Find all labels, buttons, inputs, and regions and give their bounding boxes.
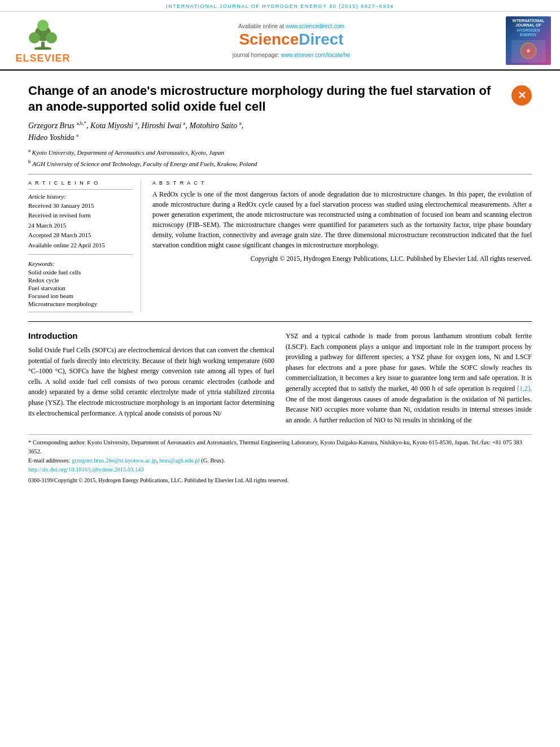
keywords-section: Keywords: Solid oxide fuel cells Redox c… <box>28 260 133 307</box>
abstract-column: A B S T R A C T A RedOx cycle is one of … <box>152 180 532 312</box>
introduction-section: Introduction Solid Oxide Fuel Cells (SOF… <box>28 331 532 425</box>
doi-link[interactable]: http://dx.doi.org/10.1016/j.ijhydene.201… <box>28 466 144 473</box>
keyword-2: Redox cycle <box>28 277 133 283</box>
svg-point-9 <box>527 49 530 53</box>
author-1: Grzegorz Brus a,b,* <box>28 121 86 130</box>
cover-illustration <box>513 41 544 61</box>
sciencedirect-header: Available online at www.sciencedirect.co… <box>82 16 500 65</box>
introduction-heading: Introduction <box>28 331 274 340</box>
article-title: Change of an anode's microstructure morp… <box>28 83 532 115</box>
journal-homepage-link[interactable]: www.elsevier.com/locate/he <box>281 52 350 58</box>
crossmark-badge[interactable]: ✕ <box>511 85 532 106</box>
email-line: E-mail addresses: grzegorz.brus.26e@st.k… <box>28 456 532 465</box>
svg-point-4 <box>46 32 57 43</box>
info-divider <box>28 189 133 190</box>
bottom-divider <box>28 312 133 312</box>
journal-cover-title: International Journal of HYDROGEN ENERGY <box>513 19 545 38</box>
author-3: Hiroshi Iwai a <box>141 121 185 130</box>
journal-homepage: journal homepage: www.elsevier.com/locat… <box>233 52 350 58</box>
banner-text: INTERNATIONAL JOURNAL OF HYDROGEN ENERGY… <box>166 3 394 9</box>
footnote-section: * Corresponding author. Kyoto University… <box>28 434 532 484</box>
journal-banner: INTERNATIONAL JOURNAL OF HYDROGEN ENERGY… <box>0 0 560 12</box>
elsevier-tree-icon <box>18 16 68 51</box>
elsevier-brand-text: ELSEVIER <box>15 53 70 64</box>
history-received: Received 30 January 2015 <box>28 202 133 210</box>
history-revised-label: Received in revised form <box>28 211 133 220</box>
affiliations: a Kyoto University, Department of Aerona… <box>28 147 532 168</box>
introduction-left-text: Solid Oxide Fuel Cells (SOFCs) are elect… <box>28 345 274 418</box>
abstract-copyright: Copyright © 2015, Hydrogen Energy Public… <box>152 254 532 264</box>
keyword-3: Fuel starvation <box>28 285 133 291</box>
journal-cover: International Journal of HYDROGEN ENERGY <box>506 16 551 65</box>
available-online-text: Available online at www.sciencedirect.co… <box>238 23 344 29</box>
history-accepted: Accepted 28 March 2015 <box>28 231 133 239</box>
abstract-heading: A B S T R A C T <box>152 180 532 186</box>
article-info-column: A R T I C L E I N F O Article history: R… <box>28 180 141 312</box>
keywords-label: Keywords: <box>28 260 133 267</box>
cover-image <box>511 40 545 63</box>
author-5: Hideo Yoshida a <box>28 133 78 142</box>
affil-2: b AGH University of Science and Technolo… <box>28 158 532 168</box>
sciencedirect-link[interactable]: www.sciencedirect.com <box>286 23 344 29</box>
keyword-4: Focused ion beam <box>28 292 133 299</box>
major-divider <box>28 321 532 322</box>
abstract-text: A RedOx cycle is one of the most dangero… <box>152 189 532 264</box>
ref-1-2[interactable]: [1,2] <box>517 385 530 392</box>
email-link-2[interactable]: brus@agh.edu.pl <box>159 457 200 464</box>
history-online: Available online 22 April 2015 <box>28 241 133 250</box>
keywords-divider <box>28 254 133 255</box>
svg-point-3 <box>29 32 40 43</box>
author-2: Kota Miyoshi a <box>90 121 137 130</box>
issn-line: 0360-3199/Copyright © 2015, Hydrogen Ene… <box>28 476 532 484</box>
history-label: Article history: <box>28 193 133 200</box>
corresponding-author-note: * Corresponding author. Kyoto University… <box>28 438 532 456</box>
journal-header: ELSEVIER Available online at www.science… <box>0 12 560 71</box>
section-divider-1 <box>28 174 532 174</box>
info-abstract-section: A R T I C L E I N F O Article history: R… <box>28 180 532 312</box>
author-4: Motohiro Saito a <box>190 121 242 130</box>
elsevier-logo: ELSEVIER <box>9 16 77 65</box>
keyword-5: Microstructure morphology <box>28 300 133 307</box>
introduction-right: YSZ and a typical cathode is made from p… <box>286 331 532 425</box>
sciencedirect-logo: ScienceDirect <box>239 30 343 49</box>
svg-point-5 <box>37 20 49 31</box>
affil-1: a Kyoto University, Department of Aerona… <box>28 147 532 157</box>
doi-line: http://dx.doi.org/10.1016/j.ijhydene.201… <box>28 465 532 474</box>
keyword-1: Solid oxide fuel cells <box>28 269 133 276</box>
introduction-right-text: YSZ and a typical cathode is made from p… <box>286 331 532 425</box>
svg-point-6 <box>36 46 50 50</box>
article-info-heading: A R T I C L E I N F O <box>28 180 133 186</box>
email-link-1[interactable]: grzegorz.brus.26e@st.kyoto-u.ac.jp <box>72 457 156 464</box>
history-revised-date: 24 March 2015 <box>28 221 133 230</box>
introduction-left: Introduction Solid Oxide Fuel Cells (SOF… <box>28 331 274 425</box>
main-content: ✕ Change of an anode's microstructure mo… <box>0 71 560 491</box>
authors-line: Grzegorz Brus a,b,*, Kota Miyoshi a, Hir… <box>28 120 532 143</box>
